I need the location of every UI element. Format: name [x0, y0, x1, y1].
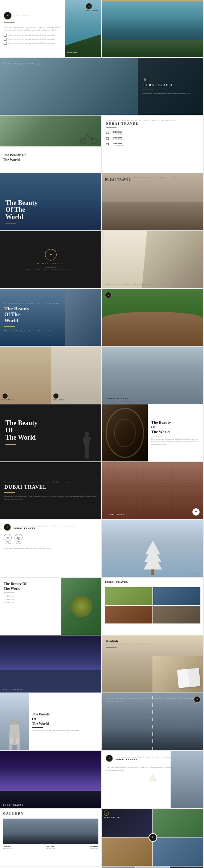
slide-18-body: Please enter a title and input the relat… [4, 547, 98, 550]
slide-8: ✦ DUBAI TRAVEL Please enter a title and … [0, 231, 101, 288]
slide-27-subt: Please enter a title and input the relat… [115, 756, 178, 758]
checkbox-3 [4, 42, 7, 45]
slide-30: GALLERY Title Here Title Here Title Here… [0, 867, 101, 868]
slide-20-label-2: Title Here [7, 598, 14, 600]
cb-label-1: Please enter a title and input the relat… [8, 34, 55, 36]
city-overlay [3, 834, 98, 844]
collage-1: ✦ DUBAI TRAVEL [102, 809, 152, 837]
icon-label-1: Title Here [5, 542, 11, 544]
slide-12-logo: ✦ DUBAI TRAVEL [2, 393, 15, 401]
num-02: 02 [106, 137, 111, 140]
slide-24-body: Please enter a title and input the relat… [32, 729, 98, 732]
slide-28: GALLERY Title Here The Body Text Title H… [0, 809, 101, 866]
slide-6-divider [5, 223, 16, 223]
slide-16-title: DUBAI TRAVEL [4, 484, 97, 490]
slide-5-title: DUBAI TRAVEL [106, 122, 200, 125]
slide-4-divider [3, 151, 14, 151]
slide-20-image [61, 578, 101, 635]
slide-24-photo [0, 693, 29, 750]
slide-21-title: DUBAI TRAVEL [105, 581, 200, 584]
svg-rect-11 [151, 569, 154, 575]
row-14: DUBAI TRAVEL ✦ Please enter a title and … [0, 751, 204, 808]
slide-16: Please enter a title and input the relat… [0, 462, 101, 519]
book-hands [152, 656, 203, 693]
slide-15-divider [151, 436, 162, 436]
row-1: ✦ DUBAI TRAVEL Please enter a title and … [0, 0, 204, 57]
slide-16-divider [4, 492, 15, 493]
slide-23-hookah: Hookah [106, 639, 200, 643]
slide-4: The Beauty OfThe World [0, 116, 101, 173]
slide-24: The BeautyOfThe World Please enter a tit… [0, 693, 101, 750]
slide-19-brand: DUBAI TRAVEL [183, 572, 200, 574]
slide-19-text: DUBAI TRAVEL [183, 572, 200, 574]
tunnel-inner [114, 419, 136, 447]
row-4: The BeautyOf TheWorld Please enter a tit… [0, 173, 204, 230]
slide-8-body: Please enter a title and input the relat… [22, 269, 80, 271]
label-3: Title Here The Body Text [90, 845, 98, 849]
slide-18-brand-text: Please enter a title and input the relat… [13, 525, 76, 530]
slide-1-caption: Dubai Travel [67, 52, 77, 53]
slide-6-text: The BeautyOf TheWorld [0, 173, 101, 230]
slide-15-text: The BeautyOfThe World Please enter a tit… [148, 404, 203, 461]
bike-image [79, 130, 98, 145]
slide-22: The Beauty Of The World [0, 635, 101, 693]
item-2-content: Title Here The Body Text [113, 137, 123, 141]
slide-6: The BeautyOf TheWorld [0, 173, 101, 230]
slide-3-text: Please enter a title and input the relat… [4, 62, 48, 67]
slide-4-photo [0, 116, 101, 146]
overlay-brand: DUBAI TRAVEL [86, 10, 98, 12]
slide-3-body: Please enter a title and input the relat… [143, 92, 198, 95]
mc-3: ✦ DUBAI TRAVEL [170, 867, 203, 868]
list-item-2: Please enter a title and input the relat… [4, 38, 61, 41]
brand-logo-overlay: ✦ DUBAI TRAVEL [86, 3, 98, 12]
slide-18-logo: ✦ [4, 524, 11, 531]
slide-5-div [106, 128, 117, 128]
slide-27-image [171, 751, 203, 808]
slide-11-brand: ✦ [105, 292, 111, 298]
slide-11-logo: ✦ [105, 292, 111, 298]
slide-21-content: DUBAI TRAVEL [102, 578, 203, 626]
slide-28-gallery: GALLERY [3, 812, 98, 815]
slide-30-content: GALLERY Title Here Title Here Title Here… [0, 867, 101, 868]
brand-logo-dark: ✦ [4, 12, 12, 20]
slide-4-title: The Beauty OfThe World [3, 153, 98, 162]
brick-texture [102, 462, 203, 519]
row-9: Please enter a title and input the relat… [0, 462, 204, 519]
slide-29: ✦ DUBAI TRAVEL ✦ [102, 809, 203, 866]
slide-10: Please enter a title and input the relat… [0, 289, 101, 346]
city-panorama [3, 819, 98, 844]
collage-2 [153, 809, 203, 837]
body-text-1: Please enter a title and input the relat… [4, 26, 61, 32]
row-10: ✦ Please enter a title and input the rel… [0, 520, 204, 577]
slide-26: DUBAI TRAVEL [0, 751, 101, 808]
icon-circle-1: ☆ [4, 534, 12, 542]
item-1-body: The Body Text [113, 133, 123, 135]
slide-15-photo [102, 404, 148, 461]
snow-tree [142, 539, 164, 577]
checkbox-1 [4, 34, 7, 37]
slide-8-brand-name: DUBAI TRAVEL [37, 262, 64, 265]
slide-18-title: DUBAI TRAVEL [13, 527, 76, 530]
slide-27-brand: Please enter a title and input the relat… [115, 756, 178, 761]
slide-28-content: GALLERY Title Here The Body Text Title H… [0, 809, 101, 852]
slide-14-divider [5, 444, 16, 445]
slide-18-subt: Please enter a title and input the relat… [13, 525, 76, 527]
slide-9-photo [102, 231, 203, 288]
food-1 [105, 587, 152, 605]
slide-15-body: Please enter a title and input the relat… [151, 438, 200, 446]
slide-18-content: ✦ Please enter a title and input the rel… [0, 520, 101, 554]
row-13: The BeautyOfThe World Please enter a tit… [0, 693, 204, 750]
label-3-body: The Body Text [90, 847, 98, 849]
slide-10-img-overlay [65, 289, 101, 346]
slide-3-crown: ♛ [143, 77, 198, 81]
slide-31: ✦ DUBAI TRAVEL [102, 867, 203, 868]
book-pages [177, 668, 200, 688]
slide-12-left: ✦ DUBAI TRAVEL [0, 347, 51, 404]
slide-27-title: DUBAI TRAVEL [115, 758, 178, 761]
collage-1-title: DUBAI TRAVEL [104, 816, 151, 818]
book-inner [177, 668, 200, 688]
item-1-content: Title Here The Body Text [113, 131, 123, 135]
slide-20-divider [4, 593, 15, 593]
slide-25: Please enter a title and input the relat… [102, 693, 203, 750]
item-3-body: The Body Text [113, 145, 123, 146]
